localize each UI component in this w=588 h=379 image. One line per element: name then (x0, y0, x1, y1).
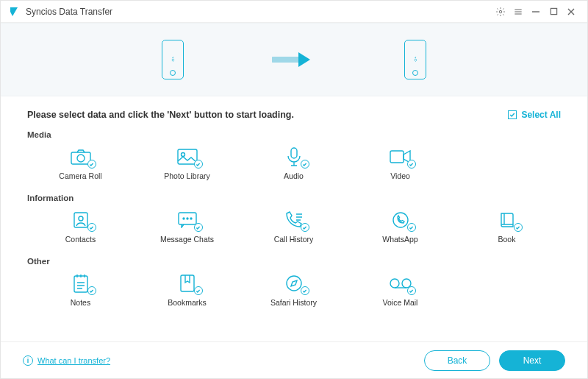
main-panel: Please select data and click the 'Next' … (1, 96, 587, 341)
item-photo-library[interactable]: Photo Library (134, 144, 240, 186)
item-label: Message Chats (160, 235, 214, 244)
svg-point-11 (183, 218, 184, 219)
voicemail-icon (388, 273, 413, 294)
section-title-other: Other (27, 257, 561, 266)
source-device-icon (162, 40, 184, 79)
section-title-information: Information (27, 194, 561, 202)
maximize-button[interactable] (545, 4, 562, 19)
photo-icon (175, 146, 200, 167)
whatsapp-icon (388, 210, 413, 230)
item-label: Voice Mail (383, 298, 418, 307)
camera-icon (68, 146, 93, 167)
item-label: Photo Library (164, 171, 209, 180)
svg-rect-6 (291, 148, 297, 158)
svg-point-3 (77, 155, 85, 162)
svg-point-5 (181, 153, 184, 157)
select-all-checkbox-icon (508, 110, 517, 119)
item-label: Safari History (270, 298, 317, 307)
svg-point-0 (499, 10, 502, 13)
help-link[interactable]: i What can I transfer? (23, 355, 110, 366)
information-items: Contacts Message Chats Call History What… (27, 207, 561, 249)
back-button[interactable]: Back (424, 350, 490, 371)
instruction-text: Please select data and click the 'Next' … (27, 110, 294, 120)
bookmarks-icon (175, 273, 200, 294)
select-all-toggle[interactable]: Select All (508, 110, 561, 120)
item-camera-roll[interactable]: Camera Roll (27, 144, 134, 186)
item-voice-mail[interactable]: Voice Mail (347, 270, 453, 313)
audio-icon (282, 146, 306, 167)
safari-icon (282, 273, 306, 294)
item-audio[interactable]: Audio (240, 144, 347, 186)
transfer-arrow-icon (272, 50, 316, 69)
target-device-icon (404, 40, 426, 79)
message-icon (175, 210, 200, 230)
help-link-label: What can I transfer? (37, 356, 110, 365)
svg-rect-16 (181, 275, 194, 291)
menu-button[interactable] (509, 4, 527, 19)
item-label: Contacts (65, 235, 96, 244)
media-items: Camera Roll Photo Library Audio Video (27, 144, 561, 186)
video-icon (388, 146, 413, 167)
svg-point-9 (79, 216, 83, 221)
contacts-icon (68, 210, 93, 230)
item-label: Video (390, 171, 410, 180)
svg-point-14 (393, 213, 408, 227)
book-icon (495, 210, 520, 230)
item-whatsapp[interactable]: WhatsApp (347, 207, 453, 249)
svg-rect-1 (551, 8, 556, 14)
app-logo-icon (8, 6, 20, 18)
minimize-button[interactable] (527, 4, 545, 19)
callhistory-icon (282, 210, 306, 230)
item-book[interactable]: Book (453, 207, 560, 249)
close-button[interactable] (562, 4, 580, 19)
device-strip (1, 23, 587, 96)
section-title-media: Media (27, 130, 561, 139)
settings-button[interactable] (492, 4, 509, 19)
item-label: Notes (71, 298, 90, 307)
item-label: Call History (274, 235, 314, 244)
item-label: WhatsApp (382, 235, 417, 244)
item-contacts[interactable]: Contacts (27, 207, 134, 249)
item-notes[interactable]: Notes (27, 270, 134, 313)
select-all-label: Select All (521, 110, 561, 120)
item-label: Camera Roll (59, 171, 101, 180)
item-label: Bookmarks (168, 298, 207, 307)
item-call-history[interactable]: Call History (240, 207, 347, 249)
svg-rect-7 (390, 151, 404, 163)
item-video[interactable]: Video (347, 144, 453, 186)
item-label: Book (498, 235, 516, 244)
notes-icon (68, 273, 93, 294)
app-title: Syncios Data Transfer (26, 7, 112, 17)
back-button-label: Back (448, 355, 467, 366)
item-bookmarks[interactable]: Bookmarks (134, 270, 240, 313)
item-label: Audio (284, 171, 304, 180)
other-items: Notes Bookmarks Safari History Voice Mai… (27, 270, 561, 313)
svg-point-12 (187, 218, 188, 219)
next-button[interactable]: Next (499, 350, 565, 371)
svg-point-13 (190, 218, 192, 219)
item-safari-history[interactable]: Safari History (240, 270, 347, 313)
titlebar: Syncios Data Transfer (1, 1, 587, 23)
svg-point-17 (287, 276, 301, 291)
svg-point-18 (390, 279, 399, 288)
info-icon: i (23, 355, 33, 366)
item-message-chats[interactable]: Message Chats (134, 207, 240, 249)
next-button-label: Next (523, 355, 542, 366)
svg-rect-15 (74, 276, 87, 292)
footer: i What can I transfer? Back Next (1, 341, 587, 378)
